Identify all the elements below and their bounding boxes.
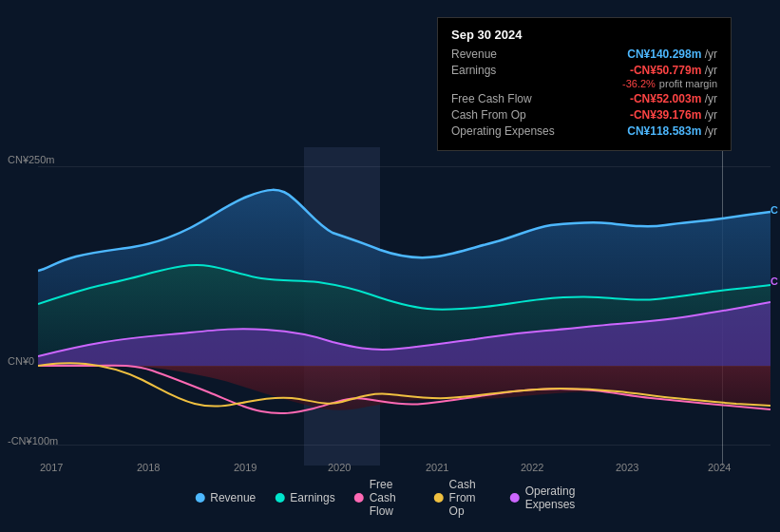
x-label-2023: 2023	[616, 462, 638, 473]
tooltip-profit-margin: -36.2% profit margin	[451, 78, 717, 89]
tooltip-value-cashop: -CN¥39.176m /yr	[630, 108, 717, 122]
x-label-2021: 2021	[426, 462, 448, 473]
tooltip-row-earnings: Earnings -CN¥50.779m /yr	[451, 64, 717, 77]
tooltip-profit-label: profit margin	[659, 78, 717, 89]
tooltip-label-cashop: Cash From Op	[451, 108, 565, 122]
x-label-2024: 2024	[708, 462, 731, 473]
tooltip-row-fcf: Free Cash Flow -CN¥52.003m /yr	[451, 92, 717, 105]
tooltip-label-revenue: Revenue	[451, 48, 565, 61]
legend-item-opex: Operating Expenses	[510, 484, 585, 511]
legend-label-revenue: Revenue	[210, 491, 256, 504]
tooltip-value-earnings: -CN¥50.779m /yr	[630, 64, 717, 77]
legend-label-earnings: Earnings	[290, 491, 334, 504]
tooltip-value-opex: CN¥118.583m /yr	[627, 124, 717, 138]
right-label-opex: C	[770, 276, 778, 287]
legend-item-fcf: Free Cash Flow	[354, 478, 415, 518]
legend: Revenue Earnings Free Cash Flow Cash Fro…	[195, 478, 585, 518]
legend-dot-cashop	[434, 493, 444, 503]
legend-label-fcf: Free Cash Flow	[370, 478, 415, 518]
tooltip-date: Sep 30 2024	[451, 28, 717, 42]
tooltip-row-revenue: Revenue CN¥140.298m /yr	[451, 48, 717, 61]
legend-item-earnings: Earnings	[275, 491, 334, 504]
legend-dot-revenue	[195, 493, 204, 503]
tooltip-profit-pct: -36.2%	[622, 78, 656, 89]
right-label-revenue: C	[770, 204, 778, 216]
legend-label-opex: Operating Expenses	[525, 484, 585, 511]
legend-label-cashop: Cash From Op	[449, 478, 491, 518]
x-label-2020: 2020	[328, 462, 351, 473]
tooltip-label-fcf: Free Cash Flow	[451, 92, 565, 105]
y-label-0: CN¥0	[8, 355, 34, 367]
tooltip-value-revenue: CN¥140.298m /yr	[627, 48, 717, 61]
chart-container: Sep 30 2024 Revenue CN¥140.298m /yr Earn…	[0, 0, 780, 532]
tooltip-label-earnings: Earnings	[451, 64, 565, 77]
legend-item-revenue: Revenue	[195, 491, 256, 504]
legend-dot-earnings	[275, 493, 284, 503]
tooltip-label-opex: Operating Expenses	[451, 124, 565, 138]
x-label-2018: 2018	[137, 462, 160, 473]
tooltip-row-cashop: Cash From Op -CN¥39.176m /yr	[451, 108, 717, 122]
x-label-2022: 2022	[521, 462, 543, 473]
chart-svg	[38, 147, 770, 461]
tooltip-box: Sep 30 2024 Revenue CN¥140.298m /yr Earn…	[437, 17, 732, 151]
legend-dot-opex	[510, 493, 520, 503]
x-label-2019: 2019	[234, 462, 257, 473]
legend-item-cashop: Cash From Op	[434, 478, 491, 518]
tooltip-value-fcf: -CN¥52.003m /yr	[630, 92, 717, 105]
legend-dot-fcf	[354, 493, 364, 503]
x-label-2017: 2017	[40, 462, 63, 473]
tooltip-row-opex: Operating Expenses CN¥118.583m /yr	[451, 124, 717, 138]
